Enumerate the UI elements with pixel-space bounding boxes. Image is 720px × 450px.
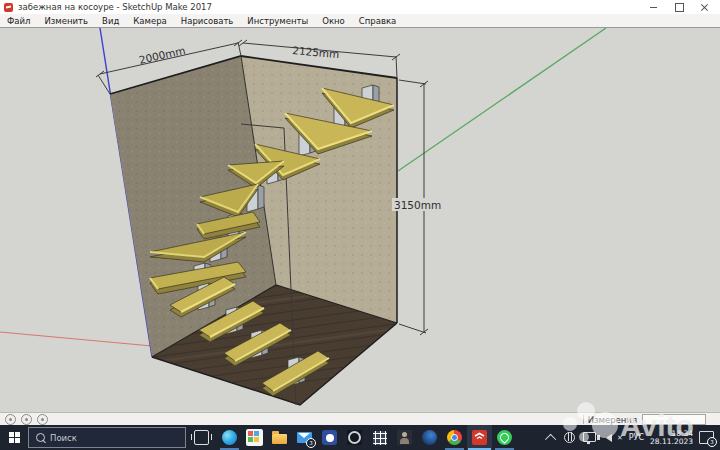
sketchup-taskbar-icon[interactable] [467, 425, 492, 450]
mail-badge: 3 [306, 438, 316, 448]
menu-help[interactable]: Справка [352, 16, 403, 26]
search-icon [36, 433, 45, 442]
menu-tools[interactable]: Инструменты [240, 16, 315, 26]
separator [583, 415, 584, 424]
taskbar: Поиск 3 ✕ РУС 18:34 28.11.2023 [0, 425, 720, 450]
menu-file[interactable]: Файл [0, 16, 37, 26]
search-placeholder: Поиск [50, 433, 77, 443]
title-bar: забежная на косоуре - SketchUp Make 2017 [0, 0, 720, 15]
clock[interactable]: 18:34 28.11.2023 [650, 430, 693, 446]
window-controls [640, 1, 718, 13]
system-tray: ✕ РУС 18:34 28.11.2023 3 [544, 425, 720, 450]
contact-icon[interactable] [392, 425, 417, 450]
volume-muted-x: ✕ [617, 434, 623, 442]
status-bar: Измерения [0, 412, 720, 426]
window-title: забежная на косоуре - SketchUp Make 2017 [18, 2, 212, 12]
measurements-input[interactable] [642, 414, 706, 425]
measurements-label: Измерения [588, 415, 637, 425]
credits-icon[interactable] [21, 414, 32, 425]
notification-badge: 3 [707, 437, 717, 447]
3d-viewport[interactable]: 2000mm 2125mm 3150mm [0, 28, 720, 412]
screen: забежная на косоуре - SketchUp Make 2017… [0, 0, 720, 450]
maximize-icon[interactable] [666, 1, 692, 13]
tray-expand-icon[interactable] [545, 433, 556, 444]
whatsapp-icon[interactable] [492, 425, 517, 450]
browser-icon[interactable] [417, 425, 442, 450]
volume-muted-icon[interactable] [606, 434, 612, 442]
sketchup-app-icon [4, 3, 13, 12]
menu-window[interactable]: Окно [315, 16, 352, 26]
photos-icon[interactable] [342, 425, 367, 450]
network-icon[interactable] [564, 432, 575, 443]
store-icon[interactable] [242, 425, 267, 450]
start-button[interactable] [0, 425, 28, 450]
notification-icon[interactable]: 3 [699, 431, 714, 444]
calculator-icon[interactable] [367, 425, 392, 450]
display-icon[interactable] [583, 432, 596, 442]
signin-icon[interactable] [37, 414, 48, 425]
task-view-icon[interactable] [194, 430, 209, 445]
windows-logo-icon [9, 432, 20, 443]
chrome-icon[interactable] [442, 425, 467, 450]
menu-draw[interactable]: Нарисовать [174, 16, 241, 26]
geolocation-icon[interactable] [5, 414, 16, 425]
edge-icon[interactable] [217, 425, 242, 450]
menu-view[interactable]: Вид [95, 16, 126, 26]
menu-camera[interactable]: Камера [126, 16, 174, 26]
close-icon[interactable] [692, 1, 718, 13]
model-scene: 2000mm 2125mm 3150mm [0, 28, 720, 412]
minimize-icon[interactable] [640, 1, 666, 13]
messenger-icon[interactable] [317, 425, 342, 450]
tray-date: 28.11.2023 [650, 437, 693, 446]
taskbar-search-input[interactable]: Поиск [28, 427, 186, 448]
menu-edit[interactable]: Изменить [37, 16, 95, 26]
language-indicator[interactable]: РУС [629, 433, 644, 442]
menu-bar: Файл Изменить Вид Камера Нарисовать Инст… [0, 14, 720, 28]
dimension-height: 3150mm [394, 199, 441, 211]
mail-icon[interactable]: 3 [292, 425, 317, 450]
file-explorer-icon[interactable] [267, 425, 292, 450]
